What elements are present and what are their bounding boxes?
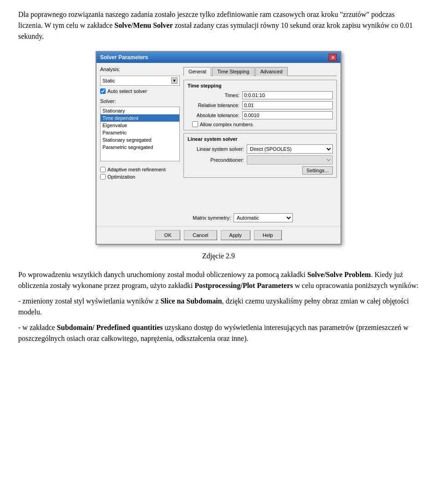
linear-solver-section: Linear system solver Linear system solve… xyxy=(183,133,337,178)
auto-select-row: Auto select solver xyxy=(100,88,180,94)
allow-complex-label: Allow complex numbers xyxy=(200,122,253,127)
titlebar-buttons: ✕ xyxy=(329,54,337,61)
p1-bold: Solve/Menu Solver xyxy=(114,21,173,29)
close-button[interactable]: ✕ xyxy=(329,54,337,61)
p3-bold: Postprocessing/Plot Parameters xyxy=(194,282,293,289)
solver-item-stationary-segregated[interactable]: Stationary segregated xyxy=(101,136,179,144)
apply-button[interactable]: Apply xyxy=(221,230,251,240)
adaptive-mesh-label: Adaptive mesh refinement xyxy=(107,167,166,172)
optimization-checkbox[interactable] xyxy=(100,174,106,180)
solver-parameters-dialog: Solver Parameters ✕ Analysis: Static ▼ A… xyxy=(96,51,341,245)
linear-solver-title: Linear system solver xyxy=(188,136,333,142)
tab-general[interactable]: General xyxy=(183,67,211,76)
dialog-titlebar: Solver Parameters ✕ xyxy=(97,52,340,63)
dialog-container: Solver Parameters ✕ Analysis: Static ▼ A… xyxy=(18,51,419,245)
solver-item-stationary[interactable]: Stationary xyxy=(101,107,179,114)
times-input[interactable] xyxy=(242,91,333,99)
times-row: Times: xyxy=(188,91,333,99)
ok-button[interactable]: OK xyxy=(155,230,180,240)
p5-bold: Subdomain/ Predefined quantities xyxy=(57,324,163,331)
preconditioner-label: Preconditioner: xyxy=(188,157,247,163)
auto-select-checkbox[interactable] xyxy=(100,88,106,94)
analysis-dropdown[interactable]: Static ▼ xyxy=(100,76,180,86)
solver-item-parametric[interactable]: Parametric xyxy=(101,129,179,136)
matrix-sym-label: Matrix symmetry: xyxy=(183,215,234,221)
auto-select-label: Auto select solver xyxy=(107,88,147,94)
p3-end: w celu opracowania poniższych wyników: xyxy=(293,282,419,289)
matrix-sym-select[interactable]: Automatic xyxy=(234,213,293,222)
tab-advanced[interactable]: Advanced xyxy=(255,67,288,76)
linear-solver-row: Linear system solver: Direct (SPOOLES) xyxy=(188,144,333,154)
matrix-sym-dropdown[interactable]: Automatic xyxy=(234,213,293,222)
adaptive-mesh-row: Adaptive mesh refinement xyxy=(100,167,180,172)
p4-start: - zmieniony został styl wyświetlania wyn… xyxy=(18,297,160,305)
linear-solver-select[interactable]: Direct (SPOOLES) xyxy=(247,144,333,154)
analysis-value: Static xyxy=(102,78,115,83)
preconditioner-row: Preconditioner: xyxy=(188,155,333,165)
dialog-title: Solver Parameters xyxy=(100,54,148,61)
settings-row: Settings... xyxy=(188,166,333,175)
matrix-sym-row: Matrix symmetry: Automatic xyxy=(183,213,337,222)
solver-list[interactable]: Stationary Time dependent Eigenvalue Par… xyxy=(100,107,180,161)
left-checkboxes: Adaptive mesh refinement Optimization xyxy=(100,167,180,180)
solver-item-time-dependent[interactable]: Time dependent xyxy=(101,114,179,122)
preconditioner-dropdown xyxy=(247,155,333,165)
linear-solver-label: Linear system solver: xyxy=(188,146,247,152)
abs-tol-row: Absolute tolerance: xyxy=(188,111,333,119)
caption: Zdjęcie 2.9 xyxy=(18,252,419,260)
p2-bold: Solve/Solve Problem xyxy=(307,271,371,278)
time-stepping-section: Time stepping Times: Relative tolerance:… xyxy=(183,80,337,130)
left-panel: Analysis: Static ▼ Auto select solver So… xyxy=(100,67,180,222)
allow-complex-row: Allow complex numbers xyxy=(188,121,333,127)
tab-time-stepping[interactable]: Time Stepping xyxy=(212,67,254,76)
help-button[interactable]: Help xyxy=(254,230,282,240)
linear-solver-dropdown[interactable]: Direct (SPOOLES) xyxy=(247,144,333,154)
tabs-row: General Time Stepping Advanced xyxy=(183,67,337,76)
solver-list-container: Stationary Time dependent Eigenvalue Par… xyxy=(100,107,180,161)
p4-bold: Slice na Subdomain xyxy=(160,297,222,305)
optimization-label: Optimization xyxy=(107,174,135,180)
times-label: Times: xyxy=(188,93,242,98)
time-stepping-title: Time stepping xyxy=(188,83,333,88)
settings-button[interactable]: Settings... xyxy=(302,166,333,175)
paragraph-3: - zmieniony został styl wyświetlania wyn… xyxy=(18,296,419,318)
abs-tol-label: Absolute tolerance: xyxy=(188,113,242,118)
cancel-button[interactable]: Cancel xyxy=(184,230,217,240)
paragraph-2: Po wprowadzeniu wszytkich danych uruchom… xyxy=(18,269,419,291)
empty-space xyxy=(183,180,337,208)
p5-start: - w zakładce xyxy=(18,324,57,331)
solver-item-parametric-segregated[interactable]: Parametric segregated xyxy=(101,144,179,151)
analysis-label: Analysis: xyxy=(100,67,180,72)
right-panel: General Time Stepping Advanced Time step… xyxy=(183,67,337,222)
dialog-body: Analysis: Static ▼ Auto select solver So… xyxy=(97,63,340,226)
paragraph-4: - w zakładce Subdomain/ Predefined quant… xyxy=(18,322,419,344)
rel-tol-label: Relative tolerance: xyxy=(188,103,242,108)
abs-tol-input[interactable] xyxy=(242,111,333,119)
allow-complex-checkbox[interactable] xyxy=(192,121,198,127)
p2-start: Po wprowadzeniu wszytkich danych uruchom… xyxy=(18,271,307,278)
solver-label: Solver: xyxy=(100,98,180,104)
optimization-row: Optimization xyxy=(100,174,180,180)
paragraph-1: Dla poprawnego rozwiązania naszego zadan… xyxy=(18,9,419,42)
dialog-footer: OK Cancel Apply Help xyxy=(97,226,340,244)
rel-tol-row: Relative tolerance: xyxy=(188,101,333,109)
solver-item-eigenvalue[interactable]: Eigenvalue xyxy=(101,122,179,129)
preconditioner-select[interactable] xyxy=(247,155,333,165)
adaptive-mesh-checkbox[interactable] xyxy=(100,167,106,172)
rel-tol-input[interactable] xyxy=(242,101,333,109)
analysis-dropdown-arrow[interactable]: ▼ xyxy=(171,77,178,84)
